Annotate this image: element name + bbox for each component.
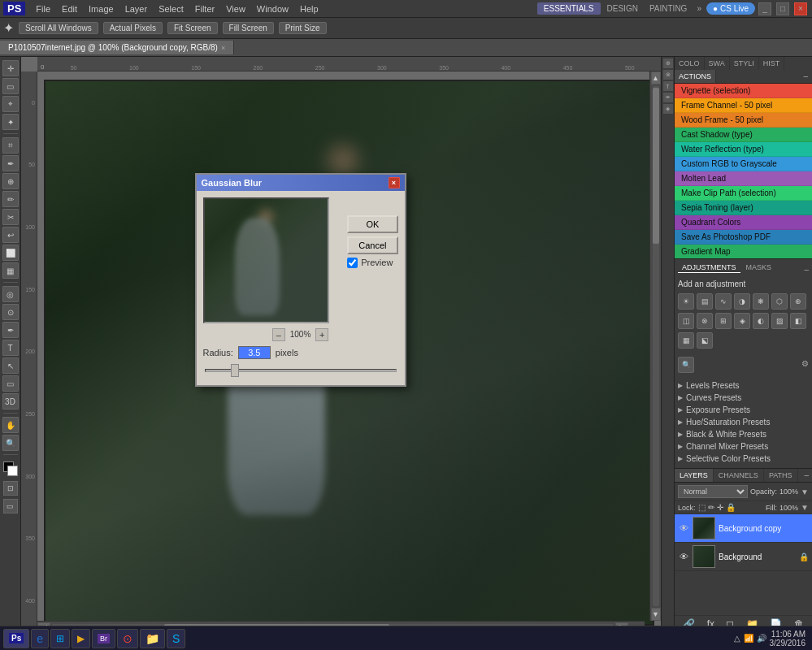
radius-slider[interactable] [205, 369, 397, 372]
adj-bw-icon[interactable]: ◫ [678, 313, 694, 329]
zoom-in-btn[interactable]: + [315, 328, 328, 341]
layer-visibility-bg-copy[interactable]: 👁 [678, 522, 689, 534]
lock-position-btn[interactable]: ✛ [717, 503, 723, 512]
panel-tab-colo[interactable]: COLO [675, 57, 705, 70]
clone-stamp-tool[interactable]: ✂ [2, 209, 19, 225]
cs-live-btn[interactable]: ● CS Live [706, 2, 755, 15]
adj-levels-icon[interactable]: ▤ [697, 293, 713, 310]
quick-mask-btn[interactable]: ⊡ [3, 481, 18, 496]
lock-all-btn[interactable]: 🔒 [726, 503, 736, 512]
print-size-btn[interactable]: Print Size [279, 22, 327, 34]
action-item-sepia[interactable]: Sepia Toning (layer) [675, 201, 812, 215]
lasso-tool[interactable]: ⌖ [2, 96, 19, 112]
preset-exposure[interactable]: ▶ Exposure Presets [678, 404, 809, 416]
preset-channelmixer[interactable]: ▶ Channel Mixer Presets [678, 440, 809, 453]
panel-tab-actions[interactable]: ACTIONS [675, 70, 716, 83]
strip-icon-1[interactable]: ⊕ [663, 58, 673, 68]
adj-panel-minimize[interactable]: – [804, 265, 809, 274]
preview-checkbox[interactable] [347, 258, 358, 268]
radius-input[interactable] [238, 346, 271, 359]
history-brush-tool[interactable]: ↩ [2, 227, 19, 243]
menu-filter[interactable]: Filter [189, 2, 220, 15]
restore-btn[interactable]: □ [776, 2, 789, 15]
lock-image-btn[interactable]: ✏ [708, 503, 714, 512]
preset-hsl[interactable]: ▶ Hue/Saturation Presets [678, 416, 809, 428]
tab-close-btn[interactable]: × [221, 44, 225, 52]
crop-tool[interactable]: ⌗ [2, 137, 19, 154]
panel-minimize-btn[interactable]: – [799, 70, 812, 83]
fill-screen-btn[interactable]: Fill Screen [223, 22, 274, 34]
doc-tab[interactable]: P1010507internet.jpg @ 100% (Background … [0, 41, 234, 54]
close-window-btn[interactable]: × [794, 2, 807, 15]
brush-tool[interactable]: ✏ [2, 191, 19, 207]
actual-pixels-btn[interactable]: Actual Pixels [103, 22, 163, 34]
panel-tab-hist[interactable]: HIST [759, 57, 785, 70]
adj-photo-icon[interactable]: ⊗ [697, 313, 713, 329]
menu-file[interactable]: File [30, 2, 56, 15]
strip-icon-4[interactable]: ✒ [663, 93, 673, 102]
menu-view[interactable]: View [220, 2, 251, 15]
zoom-tool[interactable]: 🔍 [2, 435, 19, 451]
ok-button[interactable]: OK [347, 215, 397, 233]
blend-mode-select[interactable]: Normal Multiply Screen Overlay [678, 485, 748, 498]
layers-tab-layers[interactable]: LAYERS [675, 469, 714, 482]
background-color[interactable] [7, 466, 18, 476]
layer-item-background-copy[interactable]: 👁 Background copy [675, 514, 812, 543]
workspace-painting[interactable]: PAINTING [645, 2, 692, 15]
preset-curves[interactable]: ▶ Curves Presets [678, 392, 809, 404]
layers-minimize-btn[interactable]: – [801, 469, 812, 482]
strip-icon-3[interactable]: T [663, 81, 673, 91]
adj-hsl-icon[interactable]: ⬡ [771, 293, 788, 310]
strip-icon-2[interactable]: ⊗ [663, 70, 673, 80]
layer-visibility-bg[interactable]: 👁 [678, 551, 689, 562]
adj-curves-icon[interactable]: ∿ [715, 293, 732, 310]
eyedropper-tool[interactable]: ✒ [2, 155, 19, 171]
adj-threshold-icon[interactable]: ◧ [790, 313, 806, 329]
action-item-quadrant[interactable]: Quadrant Colors [675, 215, 812, 230]
action-item-water-reflection[interactable]: Water Reflection (type) [675, 142, 812, 157]
action-item-gradient-map[interactable]: Gradient Map [675, 245, 812, 258]
menu-layer[interactable]: Layer [119, 2, 154, 15]
adj-options-btn[interactable]: ⚙ [801, 359, 809, 368]
shape-tool[interactable]: ▭ [2, 375, 19, 392]
menu-select[interactable]: Select [153, 2, 189, 15]
layers-tab-channels[interactable]: CHANNELS [714, 469, 764, 482]
menu-help[interactable]: Help [294, 2, 324, 15]
menu-window[interactable]: Window [251, 2, 294, 15]
menu-edit[interactable]: Edit [56, 2, 83, 15]
layer-item-background[interactable]: 👁 Background 🔒 [675, 543, 812, 571]
action-item-molten-lead[interactable]: Molten Lead [675, 171, 812, 186]
adj-posterize-icon[interactable]: ▨ [771, 313, 788, 329]
preset-levels[interactable]: ▶ Levels Presets [678, 379, 809, 392]
fit-screen-btn[interactable]: Fit Screen [167, 22, 218, 34]
workspace-essentials[interactable]: ESSENTIALS [537, 2, 601, 15]
scroll-all-windows-btn[interactable]: Scroll All Windows [19, 22, 98, 34]
eraser-tool[interactable]: ⬜ [2, 245, 19, 261]
magic-wand-tool[interactable]: ✦ [2, 114, 19, 130]
pen-tool[interactable]: ✒ [2, 322, 19, 338]
adj-invert-icon[interactable]: ◐ [753, 313, 769, 329]
preset-bw[interactable]: ▶ Black & White Presets [678, 428, 809, 440]
strip-icon-5[interactable]: ◈ [663, 104, 673, 114]
workspace-design[interactable]: DESIGN [602, 2, 643, 15]
dialog-close-button[interactable]: × [389, 177, 400, 188]
hand-tool[interactable]: ✋ [2, 417, 19, 433]
layers-tab-paths[interactable]: PATHS [764, 469, 798, 482]
action-item-make-clip[interactable]: Make Clip Path (selection) [675, 186, 812, 201]
preset-selectivecolor[interactable]: ▶ Selective Color Presets [678, 453, 809, 465]
spot-healing-tool[interactable]: ⊕ [2, 173, 19, 189]
fill-arrow[interactable]: ▼ [801, 503, 809, 512]
action-item-frame-channel[interactable]: Frame Channel - 50 pixel [675, 98, 812, 113]
path-selection-tool[interactable]: ↖ [2, 358, 19, 374]
adj-tab-adjustments[interactable]: ADJUSTMENTS [678, 262, 740, 273]
gradient-tool[interactable]: ▦ [2, 262, 19, 279]
action-item-wood-frame[interactable]: Wood Frame - 50 pixel [675, 113, 812, 128]
adj-brightness-icon[interactable]: ☀ [678, 293, 694, 310]
screen-mode-btn[interactable]: ▭ [3, 499, 18, 514]
adj-channelmixer-icon[interactable]: ⊞ [715, 313, 732, 329]
panel-tab-styli[interactable]: STYLI [730, 57, 759, 70]
opacity-arrow[interactable]: ▼ [801, 488, 809, 496]
cancel-button[interactable]: Cancel [347, 236, 397, 254]
panel-tab-swa[interactable]: SWA [705, 57, 730, 70]
dodge-tool[interactable]: ⊙ [2, 304, 19, 320]
